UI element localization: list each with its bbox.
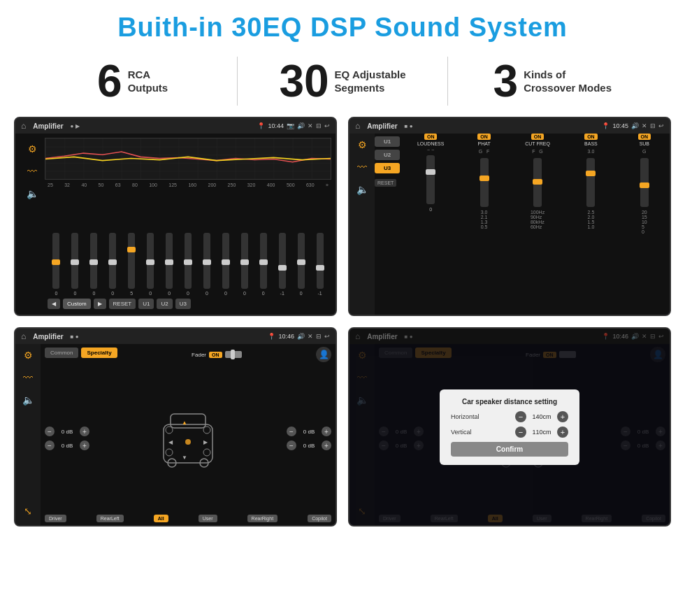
stat-eq-label: EQ AdjustableSegments bbox=[335, 68, 406, 95]
eq-u2-btn[interactable]: U2 bbox=[157, 299, 172, 309]
eq-slider-col-5: 5 bbox=[123, 233, 140, 296]
speaker-icon[interactable]: 🔈 bbox=[27, 188, 38, 199]
settings-icon[interactable]: 👤 bbox=[316, 347, 331, 362]
preset-u3[interactable]: U3 bbox=[375, 163, 400, 173]
phat-slider[interactable] bbox=[480, 158, 489, 207]
db-plus-tr[interactable]: + bbox=[322, 427, 331, 436]
fader-slider[interactable] bbox=[225, 351, 242, 358]
crossover-phat: ON PHAT G F 3.0 2.1 1.3 0.5 bbox=[459, 134, 509, 315]
equalizer-icon-3[interactable]: ⚙ bbox=[24, 350, 33, 361]
equalizer-icon-2[interactable]: ⚙ bbox=[358, 139, 367, 150]
db-minus-tl[interactable]: − bbox=[45, 427, 55, 436]
eq-u1-btn[interactable]: U1 bbox=[138, 299, 154, 309]
sub-on-badge: ON bbox=[638, 134, 651, 140]
db-value-bl: 0 dB bbox=[57, 443, 77, 449]
db-plus-br[interactable]: + bbox=[322, 440, 331, 450]
eq-preset-custom[interactable]: Custom bbox=[63, 299, 91, 309]
eq-prev-btn[interactable]: ◀ bbox=[48, 299, 60, 309]
eq-slider-12[interactable] bbox=[260, 233, 267, 289]
dialog-vertical-value: − 110cm + bbox=[515, 427, 568, 438]
db-minus-br[interactable]: − bbox=[287, 440, 296, 450]
eq-slider-14[interactable] bbox=[298, 233, 305, 289]
eq-val-4: 0 bbox=[111, 291, 114, 296]
close-icon-2: ✕ bbox=[642, 122, 647, 129]
eq-slider-5[interactable] bbox=[128, 233, 135, 289]
stat-rca-label: RCAOutputs bbox=[128, 68, 168, 95]
eq-slider-2[interactable] bbox=[71, 233, 78, 289]
eq-slider-3[interactable] bbox=[90, 233, 97, 289]
bass-slider[interactable] bbox=[586, 158, 595, 207]
eq-slider-7[interactable] bbox=[166, 233, 173, 289]
eq-status-dot: ● ▶ bbox=[71, 123, 80, 129]
eq-slider-11[interactable] bbox=[241, 233, 248, 289]
db-minus-bl[interactable]: − bbox=[45, 440, 55, 450]
dialog-horizontal-minus[interactable]: − bbox=[515, 411, 526, 422]
crossover-reset-btn[interactable]: RESET bbox=[375, 179, 396, 187]
db-plus-bl[interactable]: + bbox=[80, 440, 89, 450]
eq-freq-labels: 25 32 40 50 63 80 100 125 160 200 250 32… bbox=[45, 182, 331, 187]
eq-slider-col-3: 0 bbox=[85, 233, 103, 296]
all-btn[interactable]: All bbox=[154, 515, 168, 522]
eq-slider-15[interactable] bbox=[317, 233, 324, 289]
eq-slider-13[interactable] bbox=[279, 233, 286, 289]
home-icon-2[interactable]: ⌂ bbox=[355, 121, 360, 131]
dialog-horizontal-plus[interactable]: + bbox=[557, 411, 568, 422]
cutfreq-on-badge: ON bbox=[531, 134, 545, 140]
back-icon-3[interactable]: ↩ bbox=[324, 333, 330, 340]
bass-freq-labels: 2.5 2.0 1.5 1.0 bbox=[588, 210, 595, 229]
crossover-status-dots: ■ ● bbox=[405, 123, 413, 129]
eq-slider-1[interactable] bbox=[52, 233, 59, 289]
home-icon[interactable]: ⌂ bbox=[21, 121, 26, 131]
eq-sidebar: ⚙ 〰 🔈 bbox=[20, 138, 45, 310]
preset-u2[interactable]: U2 bbox=[375, 150, 400, 160]
confirm-button[interactable]: Confirm bbox=[451, 442, 568, 457]
stat-eq: 30 EQ AdjustableSegments bbox=[252, 59, 433, 103]
sub-label: SUB bbox=[640, 141, 649, 146]
rear-left-btn[interactable]: RearLeft bbox=[96, 515, 124, 522]
dialog-vertical-minus[interactable]: − bbox=[515, 427, 526, 438]
eq-main: 25 32 40 50 63 80 100 125 160 200 250 32… bbox=[45, 138, 331, 310]
speaker-icon-3[interactable]: 🔈 bbox=[22, 394, 34, 406]
eq-slider-8[interactable] bbox=[185, 233, 192, 289]
eq-slider-10[interactable] bbox=[222, 233, 229, 289]
equalizer-icon[interactable]: ⚙ bbox=[28, 143, 37, 155]
eq-slider-col-13: -1 bbox=[273, 233, 291, 296]
tab-common[interactable]: Common bbox=[45, 348, 78, 358]
waveform-icon[interactable]: 〰 bbox=[27, 166, 37, 177]
cutfreq-slider[interactable] bbox=[533, 158, 542, 207]
eq-sliders: 0 0 0 0 5 bbox=[45, 190, 331, 296]
db-minus-tr[interactable]: − bbox=[287, 427, 296, 436]
waveform-icon-2[interactable]: 〰 bbox=[357, 162, 367, 173]
speaker-main-content: Common Specialty Fader ON 👤 bbox=[41, 344, 336, 525]
driver-btn[interactable]: Driver bbox=[45, 515, 66, 522]
eq-reset-btn[interactable]: RESET bbox=[109, 299, 136, 309]
eq-play-btn[interactable]: ▶ bbox=[94, 299, 106, 309]
eq-slider-4[interactable] bbox=[109, 233, 116, 289]
dialog-vertical-plus[interactable]: + bbox=[557, 427, 568, 438]
loudness-slider[interactable] bbox=[426, 155, 435, 204]
back-icon-2[interactable]: ↩ bbox=[658, 122, 664, 129]
svg-point-9 bbox=[203, 449, 210, 456]
waveform-icon-3[interactable]: 〰 bbox=[23, 372, 33, 383]
window-icon: ⊟ bbox=[316, 122, 322, 129]
db-plus-tl[interactable]: + bbox=[80, 427, 89, 436]
freq-label-25: 25 bbox=[48, 182, 53, 187]
sub-slider[interactable] bbox=[640, 158, 649, 207]
crossover-cutfreq: ON CUT FREQ F G 100Hz 90Hz 80kHz 60Hz bbox=[512, 134, 563, 315]
copilot-btn[interactable]: Copilot bbox=[308, 515, 331, 522]
preset-u1[interactable]: U1 bbox=[375, 136, 400, 147]
speaker-icon-2[interactable]: 🔈 bbox=[356, 184, 368, 195]
rear-right-btn[interactable]: RearRight bbox=[247, 515, 278, 522]
tab-specialty[interactable]: Specialty bbox=[81, 348, 117, 358]
eq-val-13: -1 bbox=[280, 291, 284, 296]
stat-crossover: 3 Kinds ofCrossover Modes bbox=[462, 59, 643, 103]
user-btn[interactable]: User bbox=[199, 515, 217, 522]
back-icon[interactable]: ↩ bbox=[324, 122, 330, 129]
eq-slider-6[interactable] bbox=[147, 233, 154, 289]
eq-slider-9[interactable] bbox=[203, 233, 210, 289]
expand-icon[interactable]: ⤡ bbox=[24, 506, 32, 517]
eq-u3-btn[interactable]: U3 bbox=[175, 299, 191, 309]
home-icon-3[interactable]: ⌂ bbox=[21, 331, 26, 341]
location-icon-3: 📍 bbox=[268, 333, 275, 340]
status-icons-crossover: 📍 10:45 🔊 ✕ ⊟ ↩ bbox=[602, 122, 664, 129]
